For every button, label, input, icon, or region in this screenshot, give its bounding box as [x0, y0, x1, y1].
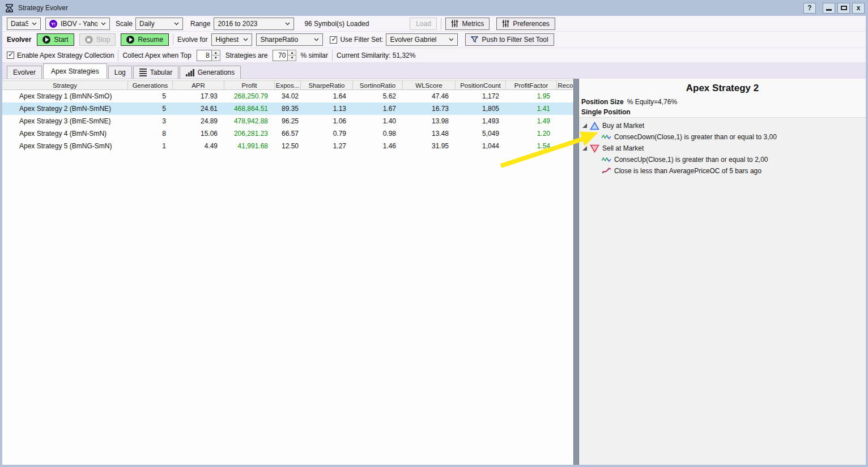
chevron-down-icon [101, 22, 106, 25]
col-profit[interactable]: Profit [224, 81, 275, 89]
col-generations[interactable]: Generations [128, 81, 173, 89]
percent-similar-label: % similar [300, 52, 328, 59]
client-area: DataSet Y! IBOV - Yahoo Scale Daily Rang… [2, 16, 866, 465]
resume-button[interactable]: Resume [121, 33, 169, 46]
rule-condition[interactable]: Close is less than AveragePriceOC of 5 b… [579, 165, 866, 177]
funnel-icon [471, 36, 478, 43]
help-button[interactable]: ? [803, 3, 816, 14]
rule-buy-at-market[interactable]: Buy at Market [579, 120, 866, 131]
toolbar-separator [118, 50, 118, 61]
single-position-label: Single Position [579, 108, 866, 116]
minimize-button[interactable] [823, 3, 835, 14]
chevron-down-icon [243, 38, 248, 41]
apex-strategies-table: Strategy Generations APR Profit Expos...… [2, 79, 573, 465]
filter-set-dropdown[interactable]: Evolver Gabriel [386, 33, 458, 46]
strategy-evolver-window: Strategy Evolver ? x DataSet Y! IBOV - Y… [0, 0, 868, 467]
spinner-up-icon[interactable]: ▲ [288, 50, 296, 56]
spinner-down-icon[interactable]: ▼ [212, 55, 220, 61]
chevron-down-icon [174, 22, 179, 25]
sliders-icon [502, 20, 509, 27]
svg-text:Y!: Y! [51, 22, 56, 27]
expander-triangle-icon[interactable] [582, 123, 587, 128]
maximize-button[interactable] [837, 3, 850, 14]
tab-log[interactable]: Log [108, 66, 132, 79]
hourglass-icon [5, 3, 14, 12]
evolver-label: Evolver [7, 36, 31, 44]
table-row[interactable]: Apex Strategy 5 (BmNG-SmN) 1 4.49 41,991… [2, 140, 573, 152]
push-to-filter-set-button[interactable]: Push to Filter Set Tool [465, 33, 554, 46]
position-size-label: Position Size [581, 98, 624, 106]
tab-generations[interactable]: Generations [180, 66, 241, 79]
table-row[interactable]: Apex Strategy 1 (BmNN-SmO) 5 17.93 268,2… [2, 90, 573, 102]
toolbar-separator [441, 18, 441, 29]
metrics-button[interactable]: Metrics [445, 18, 490, 30]
symbol-dropdown[interactable]: Y! IBOV - Yahoo [45, 18, 110, 30]
col-positioncount[interactable]: PositionCount [456, 81, 506, 89]
rule-condition[interactable]: ConsecUp(Close,1) is greater than or equ… [579, 154, 866, 165]
stop-button[interactable]: Stop [79, 33, 116, 46]
spinner-down-icon[interactable]: ▼ [288, 55, 296, 61]
table-row[interactable]: Apex Strategy 3 (BmE-SmNE) 3 24.89 478,9… [2, 115, 573, 127]
range-label: Range [190, 20, 210, 28]
chevron-down-icon [285, 22, 290, 25]
col-wlscore[interactable]: WLScore [403, 81, 456, 89]
col-exposure[interactable]: Expos... [275, 81, 301, 89]
titlebar: Strategy Evolver ? x [0, 0, 868, 16]
panel-splitter[interactable] [573, 79, 579, 465]
load-button[interactable]: Load [410, 18, 437, 30]
evolve-for-label: Evolve for [177, 36, 207, 44]
col-apr[interactable]: APR [173, 81, 224, 89]
price-compare-icon [602, 168, 611, 174]
strategy-detail-panel: Apex Strategy 2 Position Size% Equity=4,… [579, 79, 866, 465]
data-toolbar: DataSet Y! IBOV - Yahoo Scale Daily Rang… [2, 16, 866, 32]
chevron-down-icon [32, 22, 37, 25]
use-filter-set-label: Use Filter Set: [340, 36, 383, 44]
rule-sell-at-market[interactable]: Sell at Market [579, 143, 866, 154]
table-row-selected[interactable]: Apex Strategy 2 (BmN-SmNE) 5 24.61 468,8… [2, 102, 573, 115]
top-count-value[interactable]: 8 [197, 50, 212, 61]
col-profitfactor[interactable]: ProfitFactor [506, 81, 557, 89]
close-button[interactable]: x [852, 3, 865, 14]
preferences-button[interactable]: Preferences [496, 18, 555, 30]
chevron-down-icon [449, 38, 454, 41]
use-filter-set-checkbox[interactable]: ✓ [330, 36, 337, 44]
symbols-loaded-status: 96 Symbol(s) Loaded [304, 20, 369, 28]
enable-apex-checkbox[interactable]: ✓ [7, 52, 14, 59]
detail-title: Apex Strategy 2 [579, 83, 866, 94]
similar-pct-value[interactable]: 70 [273, 50, 288, 61]
tab-evolver[interactable]: Evolver [7, 66, 42, 79]
tab-tabular[interactable]: Tabular [133, 66, 178, 79]
tab-apex-strategies[interactable]: Apex Strategies [43, 63, 107, 79]
spinner-up-icon[interactable]: ▲ [212, 50, 220, 56]
minimize-icon [826, 9, 832, 11]
expander-triangle-icon[interactable] [582, 146, 587, 151]
apex-collection-toolbar: ✓ Enable Apex Strategy Collection Collec… [2, 48, 866, 63]
scale-dropdown[interactable]: Daily [135, 18, 183, 30]
metric-dropdown[interactable]: SharpeRatio [256, 33, 323, 46]
current-similarity-status: Current Similarity: 51,32% [337, 52, 415, 59]
position-size-value: % Equity=4,76% [627, 98, 677, 106]
indicator-wave-icon [602, 134, 611, 140]
dataset-dropdown[interactable]: DataSet [7, 18, 41, 30]
toolbar-separator [332, 50, 333, 61]
col-sharperatio[interactable]: SharpeRatio [301, 81, 353, 89]
top-count-spinner[interactable]: 8 ▲ ▼ [197, 50, 220, 61]
checkmark-icon: ✓ [331, 35, 337, 43]
bar-chart-icon [186, 69, 194, 76]
similar-pct-spinner[interactable]: 70 ▲ ▼ [273, 50, 296, 61]
indicator-wave-icon [602, 156, 611, 163]
col-strategy[interactable]: Strategy [2, 81, 128, 89]
yahoo-icon: Y! [49, 20, 57, 28]
range-dropdown[interactable]: 2016 to 2023 [214, 18, 294, 30]
start-button[interactable]: Start [37, 33, 74, 46]
table-row[interactable]: Apex Strategy 4 (BmN-SmN) 8 15.06 206,28… [2, 127, 573, 140]
table-header-row: Strategy Generations APR Profit Expos...… [2, 80, 573, 90]
toolbar-separator [173, 34, 173, 45]
rule-condition[interactable]: ConsecDown(Close,1) is greater than or e… [579, 131, 866, 143]
stop-circle-icon [85, 36, 93, 44]
col-recovery[interactable]: Reco [557, 81, 573, 89]
col-sortinoratio[interactable]: SortinoRatio [353, 81, 403, 89]
buy-triangle-icon [590, 122, 599, 130]
objective-dropdown[interactable]: Highest [211, 33, 252, 46]
enable-apex-label: Enable Apex Strategy Collection [17, 52, 114, 59]
